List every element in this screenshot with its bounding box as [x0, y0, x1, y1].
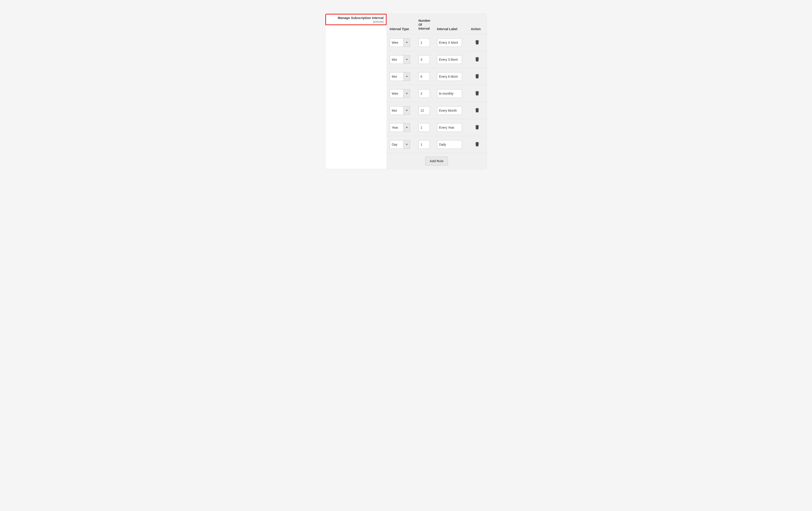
interval-type-select[interactable]: Day: [390, 140, 410, 149]
table-row: Mor: [386, 51, 487, 68]
header-action: Action: [469, 14, 487, 34]
add-rule-button[interactable]: Add Rule: [425, 157, 448, 166]
chevron-down-icon[interactable]: [403, 55, 410, 64]
interval-type-select[interactable]: Mor: [390, 55, 410, 64]
chevron-down-icon[interactable]: [403, 89, 410, 98]
interval-label-input[interactable]: [437, 38, 462, 47]
interval-type-select[interactable]: Wee: [390, 38, 410, 47]
interval-type-select[interactable]: Wee: [390, 89, 410, 98]
trash-icon: [475, 40, 479, 44]
chevron-down-icon[interactable]: [403, 123, 410, 132]
field-label-highlight: Manage Subscription Interval [website]: [325, 14, 386, 25]
number-of-interval-input[interactable]: [418, 55, 430, 64]
interval-type-value: Wee: [390, 38, 403, 47]
number-of-interval-input[interactable]: [418, 72, 430, 81]
interval-type-value: Mor: [390, 55, 403, 64]
delete-row-button[interactable]: [474, 73, 480, 80]
field-title: Manage Subscription Interval: [328, 16, 383, 20]
field-label-column: Manage Subscription Interval [website]: [325, 14, 386, 169]
header-interval-label: Interval Label: [435, 14, 469, 34]
interval-type-value: Day: [390, 140, 403, 149]
interval-label-input[interactable]: [437, 106, 462, 115]
delete-row-button[interactable]: [474, 141, 480, 148]
delete-row-button[interactable]: [474, 107, 480, 114]
interval-type-value: Year: [390, 123, 403, 132]
interval-table-wrapper: Interval Type NumberOfInterval Interval …: [386, 14, 487, 169]
table-row: Wee: [386, 34, 487, 51]
delete-row-button[interactable]: [474, 124, 480, 131]
number-of-interval-input[interactable]: [418, 106, 430, 115]
chevron-down-icon[interactable]: [403, 38, 410, 47]
trash-icon: [475, 125, 479, 129]
delete-row-button[interactable]: [474, 90, 480, 97]
interval-label-input[interactable]: [437, 72, 462, 81]
interval-label-input[interactable]: [437, 140, 462, 149]
trash-icon: [475, 91, 479, 95]
interval-label-input[interactable]: [437, 123, 462, 132]
chevron-down-icon[interactable]: [403, 140, 410, 149]
interval-type-value: Wee: [390, 89, 403, 98]
interval-label-input[interactable]: [437, 55, 462, 64]
table-row: Year: [386, 119, 487, 136]
header-interval-type: Interval Type: [386, 14, 417, 34]
interval-table: Interval Type NumberOfInterval Interval …: [386, 14, 487, 169]
trash-icon: [475, 74, 479, 79]
delete-row-button[interactable]: [474, 39, 480, 46]
trash-icon: [475, 108, 479, 112]
interval-type-value: Mor: [390, 106, 403, 115]
interval-type-value: Mor: [390, 72, 403, 81]
field-scope: [website]: [328, 20, 383, 24]
table-row: Wee: [386, 85, 487, 102]
interval-label-input[interactable]: [437, 89, 462, 98]
trash-icon: [475, 57, 479, 61]
header-number: NumberOfInterval: [417, 14, 435, 34]
table-row: Mor: [386, 68, 487, 85]
number-of-interval-input[interactable]: [418, 123, 430, 132]
number-of-interval-input[interactable]: [418, 89, 430, 98]
number-of-interval-input[interactable]: [418, 140, 430, 149]
table-row: Mor: [386, 102, 487, 119]
trash-icon: [475, 142, 479, 146]
interval-type-select[interactable]: Year: [390, 123, 410, 132]
table-row: Day: [386, 136, 487, 153]
interval-type-select[interactable]: Mor: [390, 72, 410, 81]
chevron-down-icon[interactable]: [403, 72, 410, 81]
subscription-interval-panel: Manage Subscription Interval [website] I…: [325, 13, 487, 169]
chevron-down-icon[interactable]: [403, 106, 410, 115]
number-of-interval-input[interactable]: [418, 38, 430, 47]
interval-type-select[interactable]: Mor: [390, 106, 410, 115]
delete-row-button[interactable]: [474, 56, 480, 63]
